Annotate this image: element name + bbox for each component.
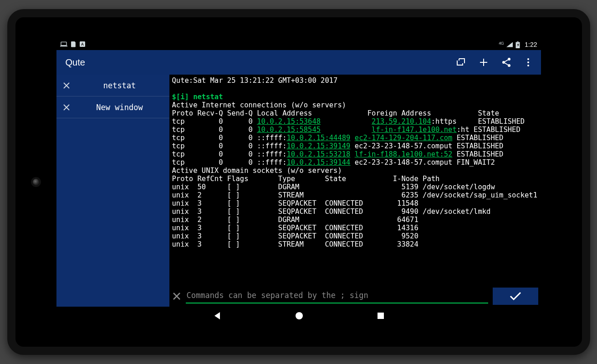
svg-marker-22 xyxy=(214,312,220,319)
nav-recent-icon[interactable] xyxy=(377,312,385,320)
address-link[interactable]: 10.0.2.15:39144 xyxy=(286,158,350,167)
address-link[interactable]: 10.0.2.15:58545 xyxy=(257,126,321,134)
svg-rect-5 xyxy=(517,41,519,42)
new-tab-icon[interactable] xyxy=(455,57,466,68)
terminal-output[interactable]: Qute:Sat Mar 25 13:21:22 GMT+03:00 2017 … xyxy=(172,76,538,286)
address-link[interactable]: 213.59.210.104 xyxy=(372,117,431,126)
battery-charging-icon xyxy=(515,41,520,48)
screen: A 4G 1:22 Qute xyxy=(56,39,541,325)
nav-back-icon[interactable] xyxy=(213,311,222,320)
nav-home-icon[interactable] xyxy=(295,311,304,320)
svg-point-9 xyxy=(502,61,505,64)
svg-text:A: A xyxy=(81,42,84,46)
command-input[interactable] xyxy=(186,289,488,303)
android-status-bar: A 4G 1:22 xyxy=(56,39,541,50)
app-title: Qute xyxy=(66,57,85,68)
svg-rect-1 xyxy=(60,46,67,46)
address-link[interactable]: lf-in-f188.1e100.net:52 xyxy=(355,150,453,158)
address-link[interactable]: ec2-174-129-204-117.com xyxy=(355,134,453,142)
svg-point-14 xyxy=(527,61,529,63)
terminal-pane: Qute:Sat Mar 25 13:21:22 GMT+03:00 2017 … xyxy=(169,75,541,307)
status-left-icons: A xyxy=(60,41,85,48)
tablet-frame: A 4G 1:22 Qute xyxy=(7,9,590,355)
svg-point-15 xyxy=(527,65,529,66)
check-icon xyxy=(509,291,522,302)
close-icon[interactable] xyxy=(63,82,70,89)
svg-line-11 xyxy=(505,60,508,62)
sidebar-item-netstat[interactable]: netstat xyxy=(56,75,169,96)
android-nav-bar xyxy=(56,307,541,325)
status-clock: 1:22 xyxy=(525,41,537,48)
svg-rect-0 xyxy=(61,42,66,45)
sidebar-item-new-window[interactable]: New window xyxy=(56,96,169,118)
app-bar: Qute xyxy=(56,50,541,75)
sidebar-item-label: netstat xyxy=(77,81,163,90)
command-input-row xyxy=(172,287,538,306)
svg-rect-24 xyxy=(378,313,384,319)
close-icon[interactable] xyxy=(63,104,70,111)
network-4g-icon: 4G xyxy=(499,41,504,46)
signal-icon xyxy=(506,42,513,47)
svg-point-8 xyxy=(508,58,510,61)
address-link[interactable]: lf-in-f147.1e100.net xyxy=(372,126,457,134)
status-right-icons: 4G 1:22 xyxy=(499,41,537,48)
sidebar-item-label: New window xyxy=(77,103,163,112)
svg-point-10 xyxy=(508,64,510,67)
clear-input-icon[interactable] xyxy=(172,292,181,301)
tablet-camera xyxy=(33,179,39,185)
prompt: $[i] netstat xyxy=(172,93,223,101)
share-icon[interactable] xyxy=(501,57,512,68)
run-button[interactable] xyxy=(493,288,538,305)
laptop-icon xyxy=(60,41,67,48)
sd-card-icon xyxy=(71,41,76,48)
sidebar: netstat New window xyxy=(56,75,169,307)
svg-line-12 xyxy=(505,63,508,65)
address-link[interactable]: 10.0.2.15:39149 xyxy=(286,142,350,150)
svg-point-23 xyxy=(296,312,303,319)
overflow-menu-icon[interactable] xyxy=(524,57,533,68)
svg-point-13 xyxy=(527,58,529,60)
add-icon[interactable] xyxy=(478,57,489,68)
app-body: netstat New window Qute:Sat Mar 25 13:21… xyxy=(56,75,541,307)
address-link[interactable]: 10.0.2.15:44489 xyxy=(286,134,350,142)
address-link[interactable]: 10.0.2.15:53648 xyxy=(257,117,321,126)
address-link[interactable]: 10.0.2.15:53218 xyxy=(286,150,350,158)
text-badge-icon: A xyxy=(80,41,85,48)
